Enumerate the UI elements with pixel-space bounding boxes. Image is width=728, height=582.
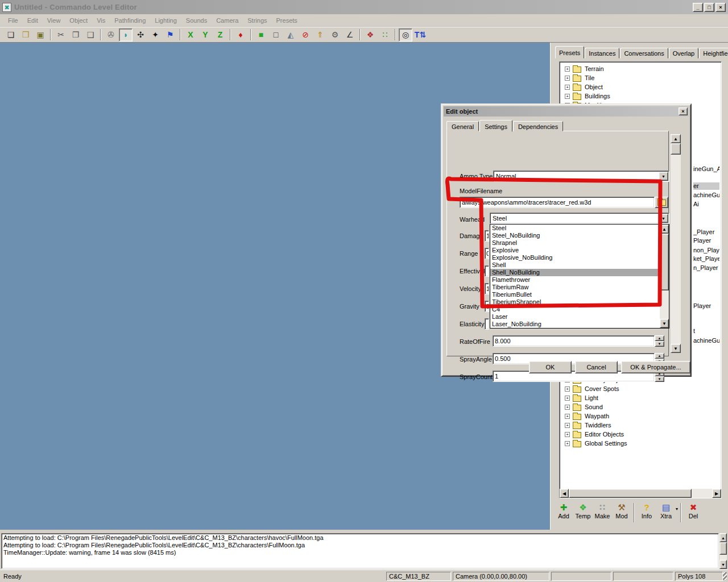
mod-button[interactable]: ⚒Mod [612,502,631,519]
dialog-title-bar[interactable]: Edit object [444,106,689,117]
dialog-scrollbar[interactable]: ▲ ▼ [671,134,681,353]
expand-icon[interactable]: + [565,441,570,446]
chevron-down-icon[interactable]: ▼ [659,214,668,223]
render-teapot-button[interactable]: ◗ [119,28,133,41]
expand-icon[interactable]: + [565,405,570,410]
hide-mesh-eye-button[interactable]: ⊘ [299,28,312,41]
cut-button[interactable]: ✂ [54,28,68,41]
tree-item-fragment[interactable]: t [693,327,719,335]
menu-camera[interactable]: Camera [212,15,243,26]
axis-x-button[interactable]: X [184,28,197,41]
expand-icon[interactable]: + [565,66,570,72]
dropdown-option-c4[interactable]: C4 [490,306,660,313]
tab-heightfield[interactable]: Heightfield [699,48,728,59]
tree-item-global-settings[interactable]: +Global Settings [560,439,721,448]
expand-icon[interactable]: + [565,85,570,90]
dropdown-option-laser[interactable]: Laser [490,313,660,321]
tree-item-fragment[interactable]: _Player [693,228,719,236]
spin-down-icon[interactable]: ▼ [655,341,664,347]
tree-item-fragment[interactable]: achineGur [693,337,719,344]
dialog-tab-settings[interactable]: Settings [479,120,512,132]
dropdown-option-shrapnel[interactable]: Shrapnel [490,239,660,247]
dropdown-option-steel-nobuilding[interactable]: Steel_NoBuilding [490,232,660,239]
dropdown-option-laser-nobuilding[interactable]: Laser_NoBuilding [490,321,660,328]
scroll-thumb[interactable] [660,234,669,290]
tree-item-fragment[interactable]: ket_Player [693,255,719,263]
scroll-up-icon[interactable]: ▲ [671,134,681,143]
axis-y-button[interactable]: Y [198,28,212,41]
spin-up-icon[interactable]: ▲ [655,335,664,341]
browse-button[interactable] [655,197,668,208]
tab-instances[interactable]: Instances [585,48,619,59]
dialog-tab-general[interactable]: General [446,121,479,131]
dropdown-option-tiberiumbullet[interactable]: TiberiumBullet [490,291,660,298]
expand-icon[interactable]: + [565,414,570,419]
log-scrollbar[interactable]: ▲ ▼ [719,533,727,569]
tree-item-light[interactable]: +Light [560,393,721,402]
colored-dots-button[interactable]: ∷ [378,28,392,41]
tree-item-buildings[interactable]: +Buildings [560,92,721,101]
dropdown-scrollbar[interactable]: ▲ ▼ [660,225,669,328]
angle-tool-button[interactable]: ∠ [343,28,357,41]
info-button[interactable]: ?Info [637,502,656,519]
axis-gizmo-button[interactable]: ✣ [134,28,147,41]
new-file-button[interactable]: ❏ [4,28,18,41]
vehicle-tool-button[interactable]: ⚙ [328,28,342,41]
dropdown-option-steel[interactable]: Steel [490,225,660,232]
menu-lighting[interactable]: Lighting [150,15,181,26]
velocity-input[interactable]: 1 [485,283,489,294]
warhead-combobox[interactable]: Steel ▼ [490,213,669,224]
del-button[interactable]: ✖Del [684,502,703,519]
dropdown-option-tiberiumshrapnel[interactable]: TiberiumShrapnel [490,298,660,306]
damage-input[interactable]: 1 [485,230,489,242]
maximize-button[interactable]: □ [704,3,714,12]
scroll-up-icon[interactable]: ▲ [719,533,727,542]
make-button[interactable]: ∷Make [593,502,612,519]
expand-icon[interactable]: + [565,94,570,99]
menu-pathfinding[interactable]: Pathfinding [110,15,150,26]
tree-item-object[interactable]: +Object [560,82,721,92]
terrain-flag-button[interactable]: ⚑ [163,28,177,41]
ok-button[interactable]: OK [529,361,572,373]
dropdown-option-flamethrower[interactable]: Flamethrower [490,276,660,284]
xtra-button[interactable]: ▤Xtra [656,502,676,519]
expand-icon[interactable]: + [565,432,570,437]
dropdown-option-shell[interactable]: Shell [490,261,660,269]
tree-item-fragment[interactable]: n_Player [693,264,719,272]
paste-button[interactable]: ❑ [84,28,97,41]
camera-dolly-button[interactable]: ✇ [104,28,118,41]
rateoffire-input[interactable]: 8.000 [493,335,655,347]
copy-button[interactable]: ❐ [69,28,82,41]
temp-button[interactable]: ❖Temp [573,502,593,519]
tree-item-terrain[interactable]: +Terrain [560,64,721,73]
tree-item-fragment[interactable]: Player [693,237,719,244]
dropdown-option-explosive[interactable]: Explosive [490,247,660,254]
expand-icon[interactable]: + [565,76,570,81]
tree-item-editor-objects[interactable]: +Editor Objects [560,430,721,439]
tree-item-fragment[interactable]: Player [693,302,719,310]
scroll-left-icon[interactable]: ◀ [560,489,569,498]
expand-icon[interactable]: + [565,423,570,428]
axis-z-button[interactable]: Z [213,28,227,41]
chevron-down-icon[interactable]: ▾ [676,506,678,512]
spin-up-icon[interactable]: ▲ [655,353,664,359]
tree-item-sound[interactable]: +Sound [560,402,721,411]
menu-edit[interactable]: Edit [23,15,43,26]
tree-item-fragment[interactable]: Ai [693,201,719,208]
model-filename-input[interactable]: always\weapons\ammo\tracers\tracer_red.w… [460,197,655,208]
tree-item-tile[interactable]: +Tile [560,73,721,82]
tree-item-waypath[interactable]: +Waypath [560,411,721,421]
add-button[interactable]: ✚Add [554,502,573,519]
menu-view[interactable]: View [43,15,65,26]
scroll-right-icon[interactable]: ▶ [712,489,721,498]
scroll-down-icon[interactable]: ▼ [671,344,681,353]
dialog-close-button[interactable]: × [679,107,688,115]
raise-terrain-button[interactable]: ⇑ [313,28,327,41]
expand-icon[interactable]: + [565,386,570,392]
tree-item-cover-spots[interactable]: +Cover Spots [560,384,721,393]
chevron-down-icon[interactable]: ▼ [659,172,668,181]
plumb-bob-button[interactable]: ♦ [234,28,247,41]
visibility-eye-button[interactable]: ◎ [399,28,412,41]
dropdown-option-tiberiumraw[interactable]: TiberiumRaw [490,284,660,291]
text-tool-button[interactable]: T⇅ [413,28,427,41]
